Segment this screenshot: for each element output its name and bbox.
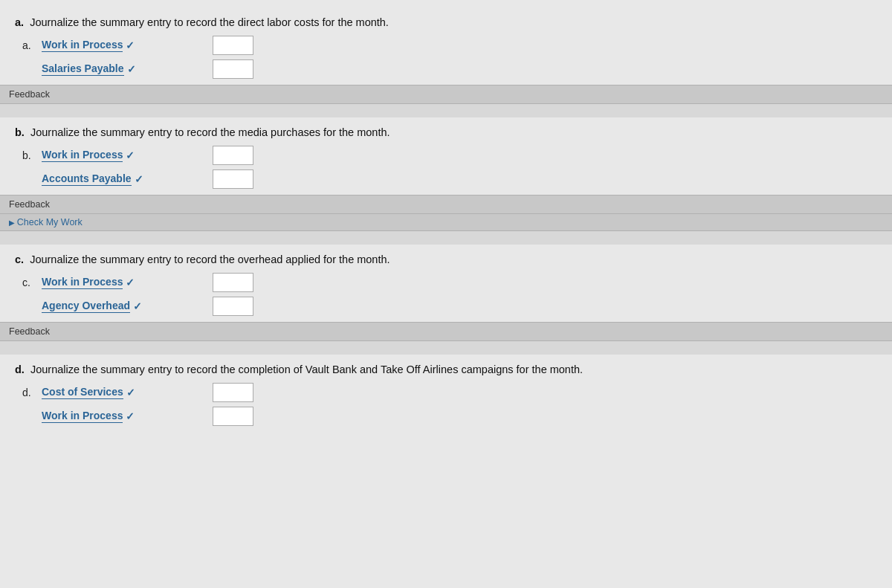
- entry-a1-label: Work in Process: [42, 39, 123, 52]
- entry-c2-label: Agency Overhead: [42, 300, 130, 313]
- entry-c1-label: Work in Process: [42, 276, 123, 289]
- entry-a2-credit-input[interactable]: [213, 59, 253, 79]
- section-a: a. Journalize the summary entry to recor…: [0, 7, 892, 104]
- entry-a1-debit-input[interactable]: [213, 36, 253, 55]
- section-c-text: Journalize the summary entry to record t…: [30, 253, 390, 265]
- entry-a2-label: Salaries Payable: [42, 62, 124, 76]
- section-c-instruction: c. Journalize the summary entry to recor…: [15, 253, 877, 265]
- section-d-letter: d.: [15, 364, 25, 375]
- section-c-feedback-label: Feedback: [9, 326, 50, 337]
- page: a. Journalize the summary entry to recor…: [0, 0, 892, 588]
- entry-b1-debit-input[interactable]: [213, 146, 253, 165]
- entry-row-c1: c. Work in Process ✓: [15, 273, 877, 292]
- section-a-text: Journalize the summary entry to record t…: [30, 16, 389, 28]
- entry-row-b1: b. Work in Process ✓: [15, 146, 877, 165]
- section-a-instruction: a. Journalize the summary entry to recor…: [15, 16, 877, 28]
- section-b-feedback: Feedback: [0, 195, 892, 214]
- entry-c1-check: ✓: [126, 277, 135, 288]
- section-c-letter: c.: [15, 253, 24, 265]
- section-b-content: b. Journalize the summary entry to recor…: [0, 117, 892, 189]
- entry-a2-label-wrap: Salaries Payable ✓: [42, 62, 205, 76]
- entry-b1-check: ✓: [126, 149, 135, 161]
- section-d: d. Journalize the summary entry to recor…: [0, 355, 892, 426]
- entry-d2-label: Work in Process: [42, 410, 123, 423]
- section-d-instruction: d. Journalize the summary entry to recor…: [15, 364, 877, 375]
- entry-d1-label-wrap: Cost of Services ✓: [42, 386, 205, 399]
- entry-b1-label: Work in Process: [42, 149, 123, 162]
- entry-d2-label-wrap: Work in Process ✓: [42, 410, 205, 423]
- section-d-text: Journalize the summary entry to record t…: [30, 364, 583, 375]
- entry-c2-label-wrap: Agency Overhead ✓: [42, 300, 205, 313]
- entry-a-letter: a.: [22, 39, 36, 51]
- section-b-instruction: b. Journalize the summary entry to recor…: [15, 126, 877, 138]
- entry-c2-credit-input[interactable]: [213, 297, 253, 316]
- divider-cd: [0, 341, 892, 355]
- section-d-content: d. Journalize the summary entry to recor…: [0, 355, 892, 426]
- section-b-check-row: Check My Work: [0, 214, 892, 231]
- entry-b2-credit-input[interactable]: [213, 169, 253, 189]
- section-a-feedback: Feedback: [0, 85, 892, 104]
- divider-ab: [0, 104, 892, 117]
- entry-c1-label-wrap: Work in Process ✓: [42, 276, 205, 289]
- entry-row-c2: Agency Overhead ✓: [15, 297, 877, 316]
- entry-d-letter: d.: [22, 387, 36, 398]
- section-c: c. Journalize the summary entry to recor…: [0, 245, 892, 341]
- entry-d2-check: ✓: [126, 410, 135, 422]
- entry-c1-debit-input[interactable]: [213, 273, 253, 292]
- entry-a1-label-wrap: Work in Process ✓: [42, 39, 205, 52]
- divider-bc: [0, 231, 892, 245]
- entry-b-letter: b.: [22, 149, 36, 161]
- section-b-text: Journalize the summary entry to record t…: [30, 126, 390, 138]
- entry-row-b2: Accounts Payable ✓: [15, 169, 877, 189]
- section-a-letter: a.: [15, 16, 24, 28]
- section-a-feedback-label: Feedback: [9, 89, 50, 100]
- entry-a2-check: ✓: [127, 63, 136, 75]
- entry-d1-check: ✓: [126, 387, 135, 398]
- entry-d1-debit-input[interactable]: [213, 383, 253, 402]
- entry-row-a2: Salaries Payable ✓: [15, 59, 877, 79]
- section-a-content: a. Journalize the summary entry to recor…: [0, 7, 892, 79]
- section-b: b. Journalize the summary entry to recor…: [0, 117, 892, 231]
- entry-d2-credit-input[interactable]: [213, 407, 253, 426]
- entry-d1-label: Cost of Services: [42, 386, 123, 399]
- section-c-content: c. Journalize the summary entry to recor…: [0, 245, 892, 316]
- section-b-feedback-label: Feedback: [9, 199, 50, 210]
- entry-row-d2: Work in Process ✓: [15, 407, 877, 426]
- entry-b2-check: ✓: [135, 173, 143, 185]
- section-b-letter: b.: [15, 126, 25, 138]
- entry-c-letter: c.: [22, 277, 36, 288]
- section-c-feedback: Feedback: [0, 322, 892, 341]
- check-my-work-link[interactable]: Check My Work: [9, 217, 83, 227]
- entry-b1-label-wrap: Work in Process ✓: [42, 149, 205, 162]
- entry-c2-check: ✓: [133, 300, 142, 312]
- entry-row-d1: d. Cost of Services ✓: [15, 383, 877, 402]
- entry-a1-check: ✓: [126, 39, 135, 51]
- entry-row-a1: a. Work in Process ✓: [15, 36, 877, 55]
- entry-b2-label-wrap: Accounts Payable ✓: [42, 172, 205, 186]
- entry-b2-label: Accounts Payable: [42, 172, 132, 186]
